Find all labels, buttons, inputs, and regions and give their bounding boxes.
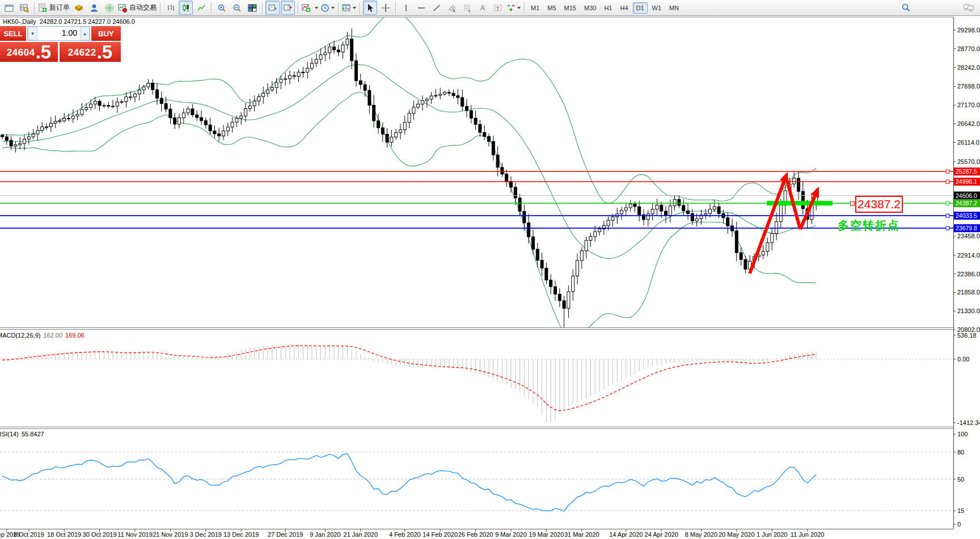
date-label: 9 Jan 2020 — [310, 531, 340, 538]
buy-price-button[interactable]: 24622.5 — [60, 42, 121, 62]
fibonacci-icon[interactable]: F — [460, 1, 474, 15]
autotrading-label: 自动交易 — [129, 3, 157, 12]
horizontal-line-icon[interactable] — [414, 1, 428, 15]
toolbar-separator — [360, 2, 360, 14]
periods-clock-icon[interactable] — [320, 1, 335, 15]
axis-price-label: 27698.0 — [957, 83, 980, 90]
chart-preview-icon[interactable] — [17, 1, 31, 15]
bars-chart-icon[interactable] — [163, 1, 178, 15]
toolbar-separator — [338, 2, 339, 14]
navigator-icon[interactable] — [87, 1, 101, 15]
chat-icon[interactable] — [961, 1, 975, 15]
cursor-icon[interactable] — [363, 1, 377, 15]
rsi-indicator-label: RSI(14)55.8427 — [0, 431, 44, 437]
date-label: 9 Mar 2020 — [495, 531, 527, 538]
macd-plot — [0, 344, 953, 423]
timeframe-m5[interactable]: M5 — [544, 2, 559, 14]
axis-price-label: 29298.0 — [957, 27, 980, 33]
chart-window-icon[interactable] — [2, 1, 16, 15]
sell-label: SELL — [3, 30, 22, 38]
date-label: 21 Nov 2019 — [153, 531, 188, 538]
date-axis[interactable]: Sep 20198 Oct 201918 Oct 201930 Oct 2019… — [0, 529, 824, 538]
red-trend-arrows[interactable] — [750, 172, 819, 274]
trendline-icon[interactable] — [429, 1, 443, 15]
auto-scroll-icon[interactable] — [265, 1, 280, 15]
crosshair-icon[interactable] — [378, 1, 392, 15]
dropdown-caret-icon — [517, 7, 521, 9]
date-label: 31 Mar 2020 — [564, 531, 599, 538]
timeframe-m15[interactable]: M15 — [561, 2, 580, 14]
buy-button[interactable]: BUY — [91, 26, 121, 41]
hline-handle[interactable] — [946, 180, 949, 183]
hline-handle[interactable] — [946, 170, 949, 173]
price-axis[interactable]: 29298.028770.028242.027698.027170.026642… — [953, 27, 980, 528]
date-label: 13 Dec 2019 — [223, 531, 259, 538]
sell-button[interactable]: SELL — [0, 26, 26, 41]
signals-icon[interactable] — [102, 1, 116, 15]
price-annotation-handle[interactable] — [850, 201, 855, 206]
rsi-axis-label: 0 — [957, 521, 961, 528]
axis-price-label: 21858.0 — [957, 289, 980, 296]
autotrading-button[interactable]: 自动交易 — [117, 1, 157, 15]
date-label: 24 Apr 2020 — [645, 531, 678, 538]
axis-price-label: 27170.0 — [957, 102, 980, 108]
rsi-axis-label: 15 — [957, 507, 964, 514]
text-label-icon[interactable]: T — [491, 1, 505, 15]
timeframe-m30[interactable]: M30 — [581, 2, 599, 14]
horizontal-lines — [0, 170, 953, 230]
date-label: 4 Feb 2020 — [389, 531, 421, 538]
sell-price-button[interactable]: 24604.5 — [0, 42, 58, 62]
volume-input[interactable]: 1.00 — [37, 27, 80, 40]
tile-windows-icon[interactable] — [245, 1, 259, 15]
sell-price-pips: .5 — [36, 43, 52, 61]
new-order-button[interactable]: 新订单 — [37, 1, 70, 15]
zoom-out-icon[interactable] — [230, 1, 244, 15]
hline-handle[interactable] — [946, 201, 949, 205]
line-chart-icon[interactable] — [194, 1, 208, 15]
zoom-in-icon[interactable] — [214, 1, 229, 15]
text-icon[interactable]: A — [475, 1, 489, 15]
rsi-value: 55.8427 — [22, 431, 44, 437]
volume-increase-button[interactable]: ▲ — [80, 27, 90, 40]
volume-decrease-button[interactable]: ▼ — [28, 27, 37, 40]
indicators-icon[interactable] — [301, 1, 319, 15]
timeframe-d1[interactable]: D1 — [633, 2, 648, 14]
price-badge-label: 23679.8 — [956, 225, 977, 231]
buy-label: BUY — [98, 30, 113, 38]
hline-handle[interactable] — [946, 214, 949, 217]
rsi-line — [2, 454, 816, 511]
turning-point-text[interactable]: 多空转折点 — [838, 218, 900, 233]
date-label: 11 Jun 2020 — [791, 531, 825, 538]
rsi-plot — [0, 452, 953, 511]
svg-text:A: A — [480, 4, 485, 12]
macd-axis-label: 536.18 — [957, 332, 977, 339]
macd-signal-line — [2, 346, 816, 411]
search-icon[interactable] — [899, 1, 913, 15]
volume-control: ▼ 1.00 ▲ — [27, 26, 90, 41]
candlestick-chart-icon[interactable] — [179, 1, 193, 15]
templates-icon[interactable] — [341, 1, 357, 15]
toolbar: 新订单 自动交易 — [0, 0, 980, 16]
chart-canvas[interactable]: 29298.028770.028242.027698.027170.026642… — [0, 16, 980, 539]
dropdown-caret-icon — [353, 7, 356, 9]
equidistant-channel-icon[interactable]: E — [445, 1, 459, 15]
hline-handle[interactable] — [946, 226, 949, 230]
timeframe-w1[interactable]: W1 — [649, 2, 665, 14]
date-label: 30 Oct 2019 — [83, 531, 117, 538]
dropdown-caret-icon — [331, 7, 335, 9]
toolbar-separator — [262, 2, 263, 14]
date-label: 18 Oct 2019 — [47, 531, 81, 538]
chart-shift-icon[interactable] — [281, 1, 295, 15]
timeframe-m1[interactable]: M1 — [527, 2, 543, 14]
vertical-line-icon[interactable] — [399, 1, 413, 15]
axis-price-label: 22914.0 — [957, 252, 980, 259]
timeframe-h1[interactable]: H1 — [601, 2, 615, 14]
svg-text:E: E — [453, 9, 455, 12]
toolbar-separator — [34, 2, 35, 14]
timeframe-h4[interactable]: H4 — [616, 2, 631, 14]
shapes-icon[interactable] — [506, 1, 521, 15]
market-watch-icon[interactable] — [71, 1, 86, 15]
timeframe-mn[interactable]: MN — [666, 2, 682, 14]
axis-price-label: 28770.0 — [957, 45, 980, 52]
price-annotation-box[interactable]: 24387.2 — [855, 196, 903, 213]
